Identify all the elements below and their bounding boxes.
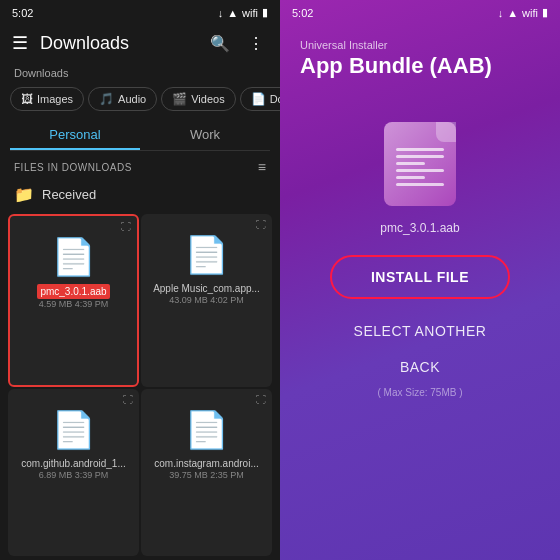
expand-icon-2: ⛶ (123, 394, 133, 405)
tab-personal[interactable]: Personal (10, 119, 140, 150)
aab-file-icon (384, 122, 456, 206)
install-file-button[interactable]: INSTALL FILE (330, 255, 510, 299)
right-signal-icon: ▲ (507, 7, 518, 19)
filter-tab-audio[interactable]: 🎵 Audio (88, 87, 157, 111)
file-name-1: Apple Music_com.app... (153, 282, 260, 295)
file-meta-0: 4.59 MB 4:39 PM (39, 299, 109, 309)
select-another-button[interactable]: SELECT ANOTHER (354, 315, 487, 347)
file-card-1[interactable]: ⛶ 📄 Apple Music_com.app... 43.09 MB 4:02… (141, 214, 272, 387)
filter-tabs: 🖼 Images 🎵 Audio 🎬 Videos 📄 Documents (0, 83, 280, 115)
audio-icon: 🎵 (99, 92, 114, 106)
file-name-3: com.instagram.androi... (154, 457, 259, 470)
file-card-3[interactable]: ⛶ 📄 com.instagram.androi... 39.75 MB 2:3… (141, 389, 272, 556)
right-battery-icon: ▮ (542, 6, 548, 19)
app-bundle-title: App Bundle (AAB) (300, 53, 492, 79)
right-wifi-icon: wifi (522, 7, 538, 19)
file-card-2[interactable]: ⛶ 📄 com.github.android_1... 6.89 MB 3:39… (8, 389, 139, 556)
aab-line-1 (396, 148, 444, 151)
file-icon-0: 📄 (51, 236, 96, 278)
left-status-bar: 5:02 ↓ ▲ wifi ▮ (0, 0, 280, 23)
right-status-bar: 5:02 ↓ ▲ wifi ▮ (280, 0, 560, 23)
top-bar-actions: 🔍 ⋮ (204, 27, 272, 59)
file-icon-3: 📄 (184, 409, 229, 451)
back-button[interactable]: BACK (400, 351, 440, 383)
aab-line-4 (396, 169, 444, 172)
right-content: Universal Installer App Bundle (AAB) pmc… (280, 23, 560, 560)
right-download-icon: ↓ (498, 7, 504, 19)
files-grid: ⛶ 📄 pmc_3.0.1.aab 4.59 MB 4:39 PM ⛶ 📄 Ap… (0, 210, 280, 560)
filter-tab-audio-label: Audio (118, 93, 146, 105)
file-meta-2: 6.89 MB 3:39 PM (39, 470, 109, 480)
section-tabs: Personal Work (10, 119, 270, 151)
tab-work[interactable]: Work (140, 119, 270, 150)
right-time: 5:02 (292, 7, 313, 19)
files-label: FILES IN DOWNLOADS (14, 162, 132, 173)
files-header: FILES IN DOWNLOADS ≡ (0, 151, 280, 179)
documents-icon: 📄 (251, 92, 266, 106)
folder-name: Received (42, 187, 96, 202)
file-name-2: com.github.android_1... (21, 457, 126, 470)
filter-tab-documents-label: Documents (270, 93, 280, 105)
aab-line-6 (396, 183, 444, 186)
filter-tab-videos[interactable]: 🎬 Videos (161, 87, 235, 111)
right-status-icons: ↓ ▲ wifi ▮ (498, 6, 548, 19)
filter-tab-videos-label: Videos (191, 93, 224, 105)
hamburger-icon[interactable]: ☰ (8, 28, 32, 58)
installer-label: Universal Installer (300, 39, 387, 51)
wifi-icon: wifi (242, 7, 258, 19)
expand-icon-1: ⛶ (256, 219, 266, 230)
expand-icon-3: ⛶ (256, 394, 266, 405)
left-status-icons: ↓ ▲ wifi ▮ (218, 6, 268, 19)
file-icon-2: 📄 (51, 409, 96, 451)
folder-row[interactable]: 📁 Received (0, 179, 280, 210)
download-arrow-icon: ↓ (218, 7, 224, 19)
images-icon: 🖼 (21, 92, 33, 106)
aab-line-3 (396, 162, 425, 165)
aab-file-icon-wrapper (380, 119, 460, 209)
list-view-icon[interactable]: ≡ (258, 159, 266, 175)
more-options-button[interactable]: ⋮ (240, 27, 272, 59)
filter-tab-images[interactable]: 🖼 Images (10, 87, 84, 111)
left-panel: 5:02 ↓ ▲ wifi ▮ ☰ Downloads 🔍 ⋮ Download… (0, 0, 280, 560)
aab-file-name: pmc_3.0.1.aab (380, 221, 459, 235)
filter-tab-documents[interactable]: 📄 Documents (240, 87, 280, 111)
videos-icon: 🎬 (172, 92, 187, 106)
file-name-0: pmc_3.0.1.aab (37, 284, 109, 299)
expand-icon-0: ⛶ (121, 221, 131, 232)
file-card-0[interactable]: ⛶ 📄 pmc_3.0.1.aab 4.59 MB 4:39 PM (8, 214, 139, 387)
search-button[interactable]: 🔍 (204, 27, 236, 59)
aab-line-2 (396, 155, 444, 158)
max-size-note: ( Max Size: 75MB ) (377, 387, 462, 398)
file-icon-1: 📄 (184, 234, 229, 276)
right-panel: 5:02 ↓ ▲ wifi ▮ Universal Installer App … (280, 0, 560, 560)
folder-icon: 📁 (14, 185, 34, 204)
signal-icon: ▲ (227, 7, 238, 19)
left-top-bar: ☰ Downloads 🔍 ⋮ (0, 23, 280, 65)
battery-icon: ▮ (262, 6, 268, 19)
page-title: Downloads (40, 33, 204, 54)
aab-line-5 (396, 176, 425, 179)
breadcrumb: Downloads (0, 65, 280, 83)
filter-tab-images-label: Images (37, 93, 73, 105)
file-meta-3: 39.75 MB 2:35 PM (169, 470, 244, 480)
file-meta-1: 43.09 MB 4:02 PM (169, 295, 244, 305)
aab-lines (384, 130, 456, 198)
left-time: 5:02 (12, 7, 33, 19)
